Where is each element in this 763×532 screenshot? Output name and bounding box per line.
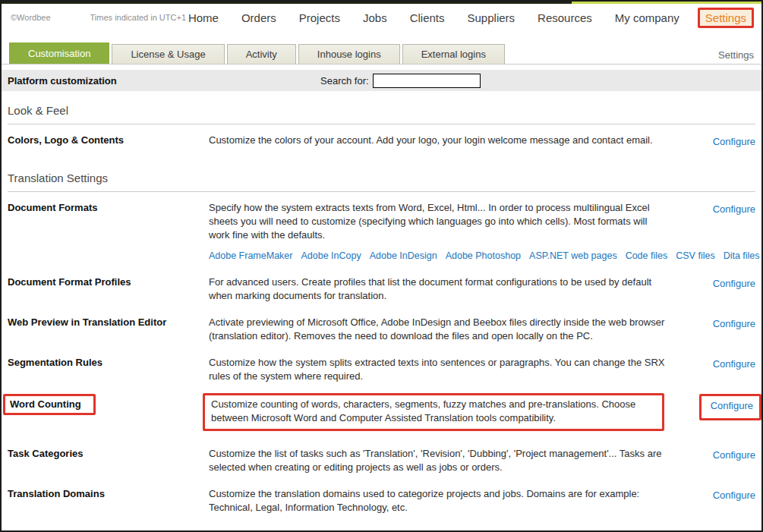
- inactive-tabs: License & UsageActivityInhouse loginsExt…: [112, 44, 505, 64]
- row-description: Customize the list of tasks such as 'Tra…: [209, 447, 670, 474]
- setting-row-document-format-profiles: Document Format Profiles For advanced us…: [8, 275, 755, 303]
- page-title: Platform customization: [8, 75, 117, 87]
- format-link[interactable]: Adobe InDesign: [370, 250, 437, 261]
- accent-dark-segment: [2, 2, 572, 4]
- configure-link[interactable]: Configure: [713, 530, 755, 532]
- row-label: Segmentation Rules: [8, 356, 209, 368]
- row-label: Languages: [8, 527, 209, 532]
- row-action: Configure: [670, 275, 755, 290]
- configure-link[interactable]: Configure: [711, 400, 753, 411]
- row-label: Document Format Profiles: [8, 275, 209, 288]
- section-title-translation-settings: Translation Settings: [8, 172, 755, 192]
- top-bar: ©Wordbee Times indicated in UTC+1 HomeOr…: [2, 4, 761, 31]
- row-label: Word Counting: [8, 396, 209, 418]
- timezone-note: Times indicated in UTC+1: [90, 13, 186, 22]
- format-link[interactable]: Code files: [626, 250, 668, 261]
- configure-link[interactable]: Configure: [713, 278, 755, 289]
- row-description: Customize the colors of your account. Ad…: [209, 134, 670, 147]
- row-description: Enable or disable certain languages prop…: [209, 527, 670, 532]
- nav-item[interactable]: Jobs: [363, 11, 387, 24]
- settings-page: ©Wordbee Times indicated in UTC+1 HomeOr…: [0, 0, 763, 532]
- top-accent-bar: [2, 2, 761, 4]
- nav-item-settings[interactable]: Settings: [698, 8, 754, 28]
- row-description: Activate previewing of Microsoft Office,…: [209, 316, 670, 343]
- settings-content: Look & Feel Colors, Logo & Contents Cust…: [2, 104, 761, 532]
- row-label: Translation Domains: [8, 487, 209, 499]
- tab[interactable]: Inhouse logins: [298, 44, 400, 64]
- setting-row-task-categories: Task Categories Customize the list of ta…: [8, 447, 755, 474]
- format-link[interactable]: Dita files: [724, 250, 760, 261]
- setting-row-colors-logo-contents: Colors, Logo & Contents Customize the co…: [8, 134, 755, 148]
- row-action: Configure: [670, 447, 755, 461]
- nav-item[interactable]: My company: [615, 11, 679, 24]
- annotation-box-word-counting-label: Word Counting: [3, 394, 96, 415]
- accent-green-segment: [572, 2, 761, 4]
- row-action: Configure: [670, 356, 755, 370]
- tabs-right-label: Settings: [718, 49, 761, 64]
- nav-item[interactable]: Home: [188, 11, 219, 24]
- format-link[interactable]: ASP.NET web pages: [529, 250, 617, 261]
- format-link[interactable]: Adobe Photoshop: [446, 250, 521, 261]
- format-link[interactable]: Adobe FrameMaker: [209, 250, 292, 261]
- tab[interactable]: License & Usage: [112, 44, 224, 64]
- setting-row-word-counting: Word Counting Customize counting of word…: [8, 396, 755, 434]
- nav-item[interactable]: Projects: [299, 11, 340, 24]
- setting-row-document-formats: Document Formats Specify how the system …: [8, 201, 755, 263]
- configure-link[interactable]: Configure: [713, 358, 755, 370]
- search-input[interactable]: [373, 74, 481, 88]
- row-action: Configure: [670, 134, 755, 148]
- setting-row-translation-domains: Translation Domains Customize the transl…: [8, 487, 755, 515]
- tab[interactable]: Activity: [227, 44, 296, 64]
- row-description-block: Customize counting of words, characters,…: [209, 396, 670, 434]
- section-title-look-and-feel: Look & Feel: [8, 104, 755, 124]
- row-description: Customize counting of words, characters,…: [203, 393, 664, 431]
- row-action: Configure: [670, 527, 755, 532]
- annotation-box-configure: Configure: [699, 394, 761, 420]
- row-description-block: Specify how the system extracts texts fr…: [209, 201, 670, 263]
- main-nav: HomeOrdersProjectsJobsClientsSuppliersRe…: [188, 11, 679, 24]
- format-link[interactable]: Adobe InCopy: [301, 250, 361, 261]
- row-action: Configure: [670, 396, 755, 423]
- row-description: Specify how the system extracts texts fr…: [209, 201, 670, 242]
- nav-item[interactable]: Orders: [241, 11, 276, 24]
- row-label: Document Formats: [8, 201, 209, 213]
- row-action: Configure: [670, 201, 755, 216]
- row-label-text: Word Counting: [10, 398, 81, 410]
- row-label: Web Preview in Translation Editor: [8, 316, 209, 328]
- configure-link[interactable]: Configure: [713, 490, 755, 501]
- configure-link[interactable]: Configure: [713, 449, 755, 461]
- row-description: Customize how the system splits extracte…: [209, 356, 670, 383]
- configure-link[interactable]: Configure: [713, 318, 755, 329]
- document-format-links: Adobe FrameMakerAdobe InCopyAdobe InDesi…: [209, 249, 670, 263]
- setting-row-web-preview: Web Preview in Translation Editor Activa…: [8, 316, 755, 343]
- configure-link[interactable]: Configure: [713, 203, 755, 215]
- row-action: Configure: [670, 316, 755, 330]
- row-description: Customize the translation domains used t…: [209, 487, 670, 515]
- nav-item[interactable]: Clients: [410, 11, 445, 24]
- row-label: Task Categories: [8, 447, 209, 459]
- row-label: Colors, Logo & Contents: [8, 134, 209, 146]
- brand-label: ©Wordbee: [11, 13, 51, 22]
- tab-strip: Customisation License & UsageActivityInh…: [2, 42, 761, 65]
- setting-row-languages: Languages Enable or disable certain lang…: [8, 527, 755, 532]
- setting-row-segmentation-rules: Segmentation Rules Customize how the sys…: [8, 356, 755, 383]
- page-toolbar: Platform customization Search for:: [2, 70, 761, 91]
- tab-customisation[interactable]: Customisation: [9, 42, 109, 64]
- search-label: Search for:: [320, 75, 369, 87]
- search-group: Search for:: [320, 74, 481, 88]
- row-action: Configure: [670, 487, 755, 502]
- tab[interactable]: External logins: [402, 44, 505, 64]
- nav-item[interactable]: Suppliers: [468, 11, 515, 24]
- format-link[interactable]: CSV files: [676, 250, 714, 261]
- configure-link[interactable]: Configure: [713, 136, 755, 147]
- nav-item[interactable]: Resources: [538, 11, 592, 24]
- row-description: For advanced users. Create profiles that…: [209, 275, 670, 303]
